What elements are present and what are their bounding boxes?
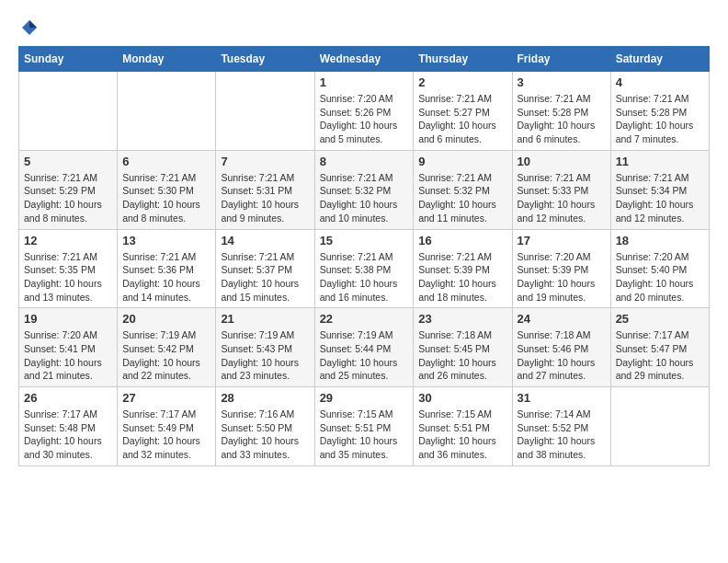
day-number: 5: [24, 155, 112, 168]
header-row: SundayMondayTuesdayWednesdayThursdayFrid…: [19, 47, 710, 72]
day-number: 29: [320, 391, 409, 405]
day-cell: 21Sunrise: 7:19 AMSunset: 5:43 PMDayligh…: [216, 308, 314, 387]
day-info: Sunrise: 7:21 AMSunset: 5:27 PMDaylight:…: [418, 92, 506, 146]
day-cell: 25Sunrise: 7:17 AMSunset: 5:47 PMDayligh…: [610, 308, 709, 387]
day-cell: 28Sunrise: 7:16 AMSunset: 5:50 PMDayligh…: [216, 387, 314, 466]
day-info: Sunrise: 7:21 AMSunset: 5:34 PMDaylight:…: [616, 171, 704, 225]
header-saturday: Saturday: [610, 47, 709, 72]
day-number: 26: [24, 391, 112, 405]
day-cell: 14Sunrise: 7:21 AMSunset: 5:37 PMDayligh…: [216, 229, 314, 308]
day-info: Sunrise: 7:21 AMSunset: 5:28 PMDaylight:…: [616, 92, 704, 146]
day-number: 18: [616, 234, 704, 247]
day-info: Sunrise: 7:18 AMSunset: 5:46 PMDaylight:…: [518, 328, 606, 383]
day-number: 7: [221, 155, 309, 168]
day-cell: 10Sunrise: 7:21 AMSunset: 5:33 PMDayligh…: [512, 150, 610, 229]
day-info: Sunrise: 7:20 AMSunset: 5:26 PMDaylight:…: [320, 92, 409, 146]
day-number: 24: [518, 312, 606, 326]
day-cell: [118, 72, 216, 151]
day-info: Sunrise: 7:16 AMSunset: 5:50 PMDaylight:…: [221, 408, 309, 462]
header-tuesday: Tuesday: [216, 47, 314, 72]
day-info: Sunrise: 7:21 AMSunset: 5:32 PMDaylight:…: [320, 171, 409, 225]
day-cell: 24Sunrise: 7:18 AMSunset: 5:46 PMDayligh…: [512, 308, 610, 387]
day-number: 10: [518, 155, 606, 168]
day-cell: 11Sunrise: 7:21 AMSunset: 5:34 PMDayligh…: [610, 150, 709, 229]
day-cell: 19Sunrise: 7:20 AMSunset: 5:41 PMDayligh…: [19, 308, 118, 387]
day-info: Sunrise: 7:21 AMSunset: 5:35 PMDaylight:…: [24, 250, 112, 304]
day-number: 27: [122, 391, 210, 405]
day-info: Sunrise: 7:19 AMSunset: 5:44 PMDaylight:…: [320, 328, 409, 383]
day-number: 3: [518, 75, 606, 89]
header-thursday: Thursday: [414, 47, 512, 72]
day-number: 1: [320, 75, 409, 89]
day-number: 8: [320, 155, 409, 168]
day-info: Sunrise: 7:21 AMSunset: 5:28 PMDaylight:…: [518, 92, 606, 146]
day-cell: 9Sunrise: 7:21 AMSunset: 5:32 PMDaylight…: [414, 150, 512, 229]
day-info: Sunrise: 7:20 AMSunset: 5:39 PMDaylight:…: [518, 250, 606, 304]
day-info: Sunrise: 7:21 AMSunset: 5:30 PMDaylight:…: [122, 171, 210, 225]
day-number: 31: [518, 391, 606, 405]
day-cell: 17Sunrise: 7:20 AMSunset: 5:39 PMDayligh…: [512, 229, 610, 308]
day-cell: 15Sunrise: 7:21 AMSunset: 5:38 PMDayligh…: [314, 229, 414, 308]
day-number: 9: [418, 155, 506, 168]
day-info: Sunrise: 7:19 AMSunset: 5:43 PMDaylight:…: [221, 328, 309, 383]
day-info: Sunrise: 7:21 AMSunset: 5:36 PMDaylight:…: [122, 250, 210, 304]
day-info: Sunrise: 7:21 AMSunset: 5:37 PMDaylight:…: [221, 250, 309, 304]
svg-marker-1: [29, 20, 37, 28]
day-info: Sunrise: 7:17 AMSunset: 5:49 PMDaylight:…: [122, 408, 210, 462]
day-info: Sunrise: 7:14 AMSunset: 5:52 PMDaylight:…: [518, 408, 606, 462]
calendar-table: SundayMondayTuesdayWednesdayThursdayFrid…: [18, 46, 710, 466]
day-info: Sunrise: 7:21 AMSunset: 5:31 PMDaylight:…: [221, 171, 309, 225]
day-cell: 30Sunrise: 7:15 AMSunset: 5:51 PMDayligh…: [414, 387, 512, 466]
day-cell: 20Sunrise: 7:19 AMSunset: 5:42 PMDayligh…: [118, 308, 216, 387]
day-cell: 12Sunrise: 7:21 AMSunset: 5:35 PMDayligh…: [19, 229, 118, 308]
day-info: Sunrise: 7:20 AMSunset: 5:41 PMDaylight:…: [24, 328, 112, 383]
day-number: 22: [320, 312, 409, 326]
day-cell: 31Sunrise: 7:14 AMSunset: 5:52 PMDayligh…: [512, 387, 610, 466]
day-cell: 2Sunrise: 7:21 AMSunset: 5:27 PMDaylight…: [414, 72, 512, 151]
day-number: 17: [518, 234, 606, 247]
day-info: Sunrise: 7:15 AMSunset: 5:51 PMDaylight:…: [320, 408, 409, 462]
day-cell: 23Sunrise: 7:18 AMSunset: 5:45 PMDayligh…: [414, 308, 512, 387]
day-info: Sunrise: 7:21 AMSunset: 5:33 PMDaylight:…: [518, 171, 606, 225]
page-header: [18, 18, 710, 37]
day-number: 6: [122, 155, 210, 168]
header-sunday: Sunday: [19, 47, 118, 72]
day-cell: 26Sunrise: 7:17 AMSunset: 5:48 PMDayligh…: [19, 387, 118, 466]
logo-icon: [20, 18, 39, 37]
day-info: Sunrise: 7:21 AMSunset: 5:39 PMDaylight:…: [418, 250, 506, 304]
header-wednesday: Wednesday: [314, 47, 414, 72]
day-number: 4: [616, 75, 704, 89]
day-info: Sunrise: 7:20 AMSunset: 5:40 PMDaylight:…: [616, 250, 704, 304]
day-cell: [19, 72, 118, 151]
day-cell: [610, 387, 709, 466]
day-number: 15: [320, 234, 409, 247]
day-info: Sunrise: 7:21 AMSunset: 5:38 PMDaylight:…: [320, 250, 409, 304]
day-number: 12: [24, 234, 112, 247]
day-number: 20: [122, 312, 210, 326]
day-cell: 3Sunrise: 7:21 AMSunset: 5:28 PMDaylight…: [512, 72, 610, 151]
week-row-3: 12Sunrise: 7:21 AMSunset: 5:35 PMDayligh…: [19, 229, 710, 308]
day-cell: 16Sunrise: 7:21 AMSunset: 5:39 PMDayligh…: [414, 229, 512, 308]
day-number: 16: [418, 234, 506, 247]
day-cell: 7Sunrise: 7:21 AMSunset: 5:31 PMDaylight…: [216, 150, 314, 229]
day-info: Sunrise: 7:19 AMSunset: 5:42 PMDaylight:…: [122, 328, 210, 383]
day-cell: 13Sunrise: 7:21 AMSunset: 5:36 PMDayligh…: [118, 229, 216, 308]
day-number: 21: [221, 312, 309, 326]
day-number: 23: [418, 312, 506, 326]
week-row-4: 19Sunrise: 7:20 AMSunset: 5:41 PMDayligh…: [19, 308, 710, 387]
day-number: 28: [221, 391, 309, 405]
day-cell: 29Sunrise: 7:15 AMSunset: 5:51 PMDayligh…: [314, 387, 414, 466]
day-info: Sunrise: 7:21 AMSunset: 5:32 PMDaylight:…: [418, 171, 506, 225]
day-cell: [216, 72, 314, 151]
day-number: 25: [616, 312, 704, 326]
day-info: Sunrise: 7:18 AMSunset: 5:45 PMDaylight:…: [418, 328, 506, 383]
week-row-5: 26Sunrise: 7:17 AMSunset: 5:48 PMDayligh…: [19, 387, 710, 466]
day-cell: 8Sunrise: 7:21 AMSunset: 5:32 PMDaylight…: [314, 150, 414, 229]
day-number: 14: [221, 234, 309, 247]
day-number: 11: [616, 155, 704, 168]
header-monday: Monday: [118, 47, 216, 72]
day-cell: 1Sunrise: 7:20 AMSunset: 5:26 PMDaylight…: [314, 72, 414, 151]
day-info: Sunrise: 7:17 AMSunset: 5:47 PMDaylight:…: [616, 328, 704, 383]
day-info: Sunrise: 7:21 AMSunset: 5:29 PMDaylight:…: [24, 171, 112, 225]
day-number: 2: [418, 75, 506, 89]
